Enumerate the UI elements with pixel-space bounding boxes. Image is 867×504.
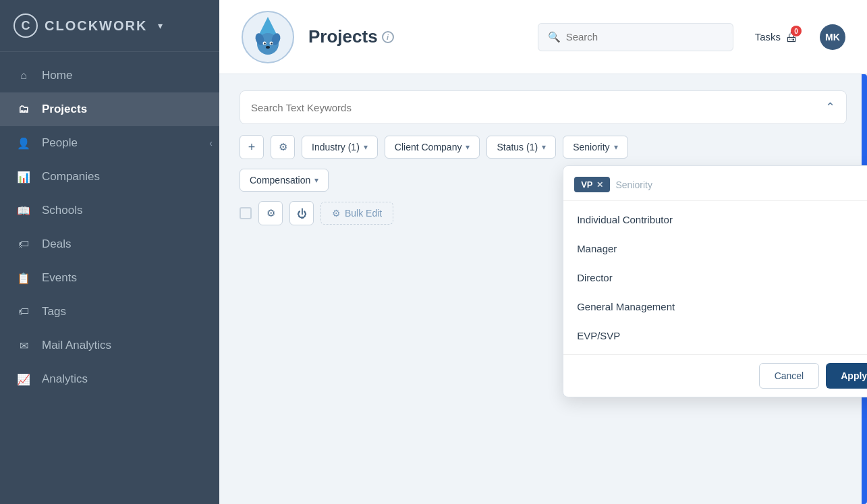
deals-icon: 🏷 xyxy=(16,237,31,252)
logo-icon: C xyxy=(13,13,38,38)
seniority-option-individual[interactable]: Individual Contributor xyxy=(563,205,867,234)
logo-text: CLOCKWORK xyxy=(45,18,147,34)
people-icon: 👤 xyxy=(16,136,31,150)
power-icon-button[interactable]: ⏻ xyxy=(289,201,314,225)
filter-icon-button[interactable]: ⚙ xyxy=(271,135,295,159)
compensation-chevron-icon: ▾ xyxy=(314,175,318,185)
sidebar-label-mail-analytics: Mail Analytics xyxy=(42,339,111,352)
remove-vp-tag-button[interactable]: ✕ xyxy=(596,180,603,190)
sidebar-label-schools: Schools xyxy=(42,204,82,217)
home-icon: ⌂ xyxy=(16,68,31,83)
page-title: Projects i xyxy=(308,26,394,47)
status-filter-button[interactable]: Status (1) ▾ xyxy=(486,136,556,159)
tasks-notification: 🖨 0 xyxy=(785,29,798,45)
main-content: Projects i 🔍 Tasks 🖨 0 MK ⌃ + xyxy=(219,0,867,504)
settings-icon-button[interactable]: ⚙ xyxy=(258,201,283,225)
compensation-filter-button[interactable]: Compensation ▾ xyxy=(240,169,329,192)
tasks-count-badge: 0 xyxy=(791,26,802,36)
seniority-option-manager[interactable]: Manager xyxy=(563,234,867,263)
projects-logo-image xyxy=(241,10,295,64)
companies-icon: 📊 xyxy=(16,169,31,184)
client-company-filter-button[interactable]: Client Company ▾ xyxy=(385,136,480,159)
sidebar-item-deals[interactable]: 🏷 Deals xyxy=(0,227,219,261)
collapse-filter-button[interactable]: ⌃ xyxy=(825,100,835,115)
seniority-filter-button[interactable]: Seniority ▾ xyxy=(563,136,627,159)
keyword-search-bar[interactable]: ⌃ xyxy=(240,90,847,124)
filter-chips-row: + ⚙ Industry (1) ▾ Client Company ▾ Stat… xyxy=(240,135,847,159)
content-area: ⌃ + ⚙ Industry (1) ▾ Client Company ▾ St… xyxy=(219,74,867,504)
seniority-apply-button[interactable]: Apply xyxy=(826,363,867,389)
filter-icon: ⚙ xyxy=(279,141,287,153)
sidebar-item-events[interactable]: 📋 Events xyxy=(0,261,219,295)
tasks-button[interactable]: Tasks 🖨 0 xyxy=(747,24,806,50)
sidebar-label-deals: Deals xyxy=(42,237,71,251)
sidebar-item-home[interactable]: ⌂ Home xyxy=(0,59,219,92)
status-chevron-icon: ▾ xyxy=(542,142,546,152)
sidebar-item-analytics[interactable]: 📈 Analytics xyxy=(0,362,219,396)
svg-point-9 xyxy=(266,46,270,49)
people-collapse-icon[interactable]: ‹ xyxy=(209,138,213,148)
seniority-filter-dropdown: Seniority ▾ VP ✕ Seniority Individual Co… xyxy=(563,136,627,159)
sidebar-logo[interactable]: C CLOCKWORK ▾ xyxy=(0,0,219,52)
bulk-edit-icon: ⚙ xyxy=(332,208,341,219)
bulk-edit-button[interactable]: ⚙ Bulk Edit xyxy=(320,202,393,225)
seniority-chevron-icon: ▾ xyxy=(614,142,618,152)
sidebar-item-companies[interactable]: 📊 Companies xyxy=(0,160,219,194)
events-icon: 📋 xyxy=(16,271,31,285)
info-icon[interactable]: i xyxy=(382,31,394,43)
industry-chevron-icon: ▾ xyxy=(364,142,368,152)
sidebar-item-projects[interactable]: 🗂 Projects xyxy=(0,92,219,126)
svg-point-7 xyxy=(264,43,265,44)
selected-vp-tag: VP ✕ xyxy=(574,177,610,192)
add-filter-button[interactable]: + xyxy=(240,135,264,159)
seniority-tag-placeholder: Seniority xyxy=(615,179,652,190)
sidebar-item-mail-analytics[interactable]: ✉ Mail Analytics xyxy=(0,329,219,362)
analytics-icon: 📈 xyxy=(16,372,31,387)
header: Projects i 🔍 Tasks 🖨 0 MK xyxy=(219,0,867,74)
sidebar-item-tags[interactable]: 🏷 Tags xyxy=(0,295,219,329)
search-input[interactable] xyxy=(566,31,723,43)
sidebar-label-tags: Tags xyxy=(42,305,66,318)
schools-icon: 📖 xyxy=(16,203,31,218)
seniority-cancel-button[interactable]: Cancel xyxy=(759,363,820,389)
sidebar-item-schools[interactable]: 📖 Schools xyxy=(0,194,219,227)
sidebar-label-projects: Projects xyxy=(42,103,87,116)
sidebar-label-events: Events xyxy=(42,271,77,285)
industry-filter-button[interactable]: Industry (1) ▾ xyxy=(302,136,378,159)
tags-icon: 🏷 xyxy=(16,304,31,319)
seniority-dropdown-panel: VP ✕ Seniority Individual Contributor Ma… xyxy=(563,165,867,397)
seniority-tag-row: VP ✕ Seniority xyxy=(563,177,867,201)
seniority-option-evp-svp[interactable]: EVP/SVP xyxy=(563,321,867,350)
sidebar: C CLOCKWORK ▾ ⌂ Home 🗂 Projects 👤 People… xyxy=(0,0,219,504)
sidebar-label-analytics: Analytics xyxy=(42,372,88,386)
user-avatar[interactable]: MK xyxy=(820,24,845,50)
seniority-dropdown-actions: Cancel Apply xyxy=(563,354,867,397)
search-bar[interactable]: 🔍 xyxy=(538,23,733,51)
logo-chevron-icon[interactable]: ▾ xyxy=(158,20,163,31)
seniority-option-general-management[interactable]: General Management xyxy=(563,292,867,321)
svg-point-8 xyxy=(271,43,272,44)
power-icon: ⏻ xyxy=(297,208,307,219)
mail-analytics-icon: ✉ xyxy=(16,338,31,353)
select-all-checkbox[interactable] xyxy=(240,207,252,219)
keyword-search-input[interactable] xyxy=(251,102,820,113)
projects-icon: 🗂 xyxy=(16,102,31,117)
seniority-option-director[interactable]: Director xyxy=(563,263,867,292)
sidebar-nav: ⌂ Home 🗂 Projects 👤 People ‹ 📊 Companies… xyxy=(0,52,219,504)
sidebar-label-home: Home xyxy=(42,69,72,82)
sidebar-label-companies: Companies xyxy=(42,170,100,184)
search-icon: 🔍 xyxy=(548,31,561,43)
gear-icon: ⚙ xyxy=(267,207,275,219)
seniority-options-list: Individual Contributor Manager Director … xyxy=(563,201,867,354)
sidebar-item-people[interactable]: 👤 People ‹ xyxy=(0,126,219,160)
sidebar-label-people: People xyxy=(42,136,78,150)
client-company-chevron-icon: ▾ xyxy=(466,142,470,152)
